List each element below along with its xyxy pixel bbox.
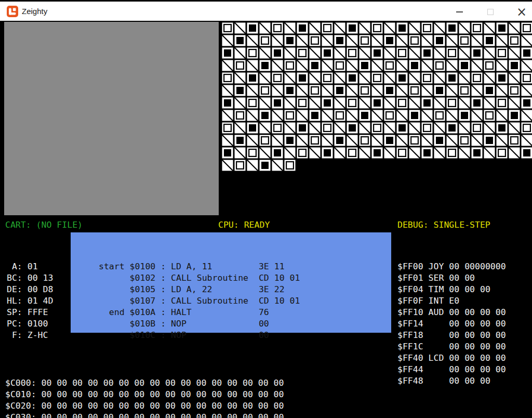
cpu-status-value: READY <box>244 220 270 230</box>
disassembly-label: end <box>99 307 125 318</box>
io-register-line: $FF10 AUD 00 00 00 00 <box>397 307 506 318</box>
disassembly-address: $010A : <box>130 307 166 317</box>
window-title: Zeighty <box>22 7 47 16</box>
memory-bytes: 00 00 00 00 00 00 00 00 00 00 00 00 00 0… <box>42 401 284 411</box>
disassembly-bytes: CD 10 01 <box>259 295 300 307</box>
io-register-line: $FF18 00 00 00 00 <box>397 330 506 341</box>
disassembly-row: $0105 :LD A, 223E 22 <box>99 284 391 295</box>
cpu-registers-panel: A: 01BC: 00 13DE: 00 D8HL: 01 4DSP: FFFE… <box>7 238 53 341</box>
memory-address: $C020: <box>5 401 36 411</box>
disassembly-mnemonic: CALL Subroutine <box>171 272 259 284</box>
cpu-register-line: DE: 00 D8 <box>7 284 53 295</box>
io-register-line: $FF00 JOY 00 00000000 <box>397 261 506 272</box>
memory-bytes: 00 00 00 00 00 00 00 00 00 00 00 00 00 0… <box>42 412 284 418</box>
disassembly-bytes: 76 <box>259 307 269 318</box>
debug-status: DEBUG:SINGLE-STEP <box>397 219 490 231</box>
disassembly-address: $0107 : <box>130 296 166 306</box>
io-register-line: $FF48 00 00 00 <box>397 375 506 387</box>
cpu-register-line: BC: 00 13 <box>7 272 53 284</box>
maximize-button[interactable] <box>478 3 502 21</box>
zeighty-window: { "window": { "title": "Zeighty", "contr… <box>0 0 532 418</box>
titlebar[interactable]: Zeighty × <box>0 0 532 21</box>
memory-address: $C000: <box>5 378 36 388</box>
disassembly-address: $010C : <box>130 330 166 340</box>
memory-bytes: 00 00 00 00 00 00 00 00 00 00 00 00 00 0… <box>42 389 284 399</box>
emulator-screen <box>4 22 219 215</box>
debug-status-value: SINGLE-STEP <box>434 220 490 230</box>
disassembly-mnemonic: CALL Subroutine <box>171 295 259 307</box>
disassembly-label: start <box>99 261 125 272</box>
memory-dump-row: $C000:00 00 00 00 00 00 00 00 00 00 00 0… <box>5 377 284 389</box>
memory-bytes: 00 00 00 00 00 00 00 00 00 00 00 00 00 0… <box>42 378 284 388</box>
cpu-register-line: PC: 0100 <box>7 318 53 330</box>
io-register-line: $FF14 00 00 00 00 <box>397 318 506 330</box>
disassembly-row: end$010A :HALT76 <box>99 307 391 318</box>
close-icon: × <box>516 6 527 18</box>
io-register-line: $FF01 SER 00 00 <box>397 272 506 284</box>
disassembly-mnemonic: LD A, 11 <box>171 261 259 272</box>
cpu-status-label: CPU: <box>218 220 239 230</box>
close-button[interactable]: × <box>510 3 532 21</box>
maximize-icon <box>487 9 494 15</box>
disassembly-address: $010B : <box>130 319 166 329</box>
vram-tile-viewer-canvas <box>221 22 532 172</box>
disassembly-bytes: 00 <box>259 330 269 341</box>
disassembly-bytes: 3E 22 <box>259 284 285 295</box>
memory-address: $C010: <box>5 389 36 399</box>
disassembly-row: $010C :NOP00 <box>99 330 391 341</box>
debug-status-label: DEBUG: <box>397 220 429 230</box>
cpu-status: CPU:READY <box>218 219 270 231</box>
io-register-line: $FF44 00 00 00 00 <box>397 364 506 375</box>
memory-dump-row: $C020:00 00 00 00 00 00 00 00 00 00 00 0… <box>5 400 284 412</box>
disassembly-row: $0102 :CALL SubroutineCD 10 01 <box>99 272 391 284</box>
memory-address: $C030: <box>5 412 36 418</box>
disassembly-bytes: 00 <box>259 318 269 330</box>
memory-dump-row: $C010:00 00 00 00 00 00 00 00 00 00 00 0… <box>5 389 284 400</box>
memory-dump-panel: $C000:00 00 00 00 00 00 00 00 00 00 00 0… <box>5 355 284 418</box>
disassembly-row: $0107 :CALL SubroutineCD 10 01 <box>99 295 391 307</box>
io-register-line: $FF04 TIM 00 00 00 <box>397 284 506 295</box>
disassembly-mnemonic: NOP <box>171 318 259 330</box>
cpu-register-line: A: 01 <box>7 261 53 272</box>
io-register-line: $FF40 LCD 00 00 00 00 <box>397 352 506 364</box>
io-register-line: $FF0F INT E0 <box>397 295 506 307</box>
minimize-icon <box>456 11 463 12</box>
cart-status-value: (NO FILE) <box>36 220 83 230</box>
disassembly-row: $010B :NOP00 <box>99 318 391 330</box>
cpu-register-line: F: Z-HC <box>7 330 53 341</box>
disassembly-mnemonic: NOP <box>171 330 259 341</box>
cpu-register-line: SP: FFFE <box>7 307 53 318</box>
disassembly-bytes: 3E 11 <box>259 261 285 272</box>
io-register-line: $FF1C 00 00 00 00 <box>397 341 506 352</box>
disassembly-panel: start$0100 :LD A, 113E 11$0102 :CALL Sub… <box>71 232 391 333</box>
disassembly-mnemonic: HALT <box>171 307 259 318</box>
cart-status: CART:(NO FILE) <box>5 219 83 231</box>
disassembly-address: $0100 : <box>130 262 166 271</box>
minimize-button[interactable] <box>447 3 471 21</box>
cart-status-label: CART: <box>5 220 31 230</box>
disassembly-address: $0105 : <box>130 284 166 294</box>
disassembly-bytes: CD 10 01 <box>259 272 300 284</box>
disassembly-row: start$0100 :LD A, 113E 11 <box>99 261 391 272</box>
disassembly-address: $0102 : <box>130 273 166 283</box>
io-registers-panel: $FF00 JOY 00 00000000$FF01 SER 00 00$FF0… <box>397 238 506 387</box>
memory-dump-row: $C030:00 00 00 00 00 00 00 00 00 00 00 0… <box>5 412 284 418</box>
app-logo-icon <box>7 6 18 17</box>
disassembly-mnemonic: LD A, 22 <box>171 284 259 295</box>
cpu-register-line: HL: 01 4D <box>7 295 53 307</box>
